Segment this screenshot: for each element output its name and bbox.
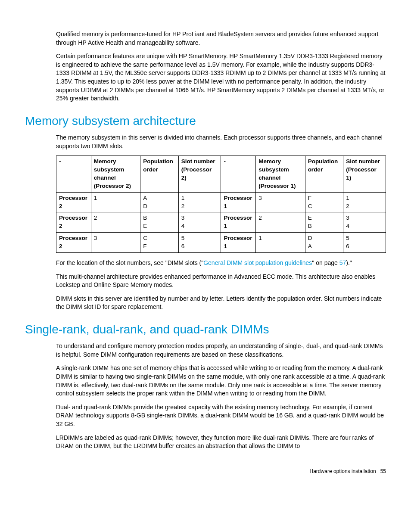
table-cell: Processor 2 — [56, 212, 91, 233]
heading-memory-subsystem: Memory subsystem architecture — [25, 112, 386, 129]
table-cell: 2 — [91, 212, 140, 233]
table-header: Memory subsystem channel (Processor 1) — [256, 156, 305, 193]
table-header: Population order — [305, 156, 343, 193]
table-cell: EB — [305, 212, 343, 233]
table-cell: 3 — [256, 192, 305, 212]
section1-paragraph-1: The memory subsystem in this server is d… — [56, 134, 386, 150]
table-row: Processor 21AD12Processor 13FC12 — [56, 192, 386, 212]
text: For the location of the slot numbers, se… — [56, 259, 203, 266]
intro-paragraph-1: Qualified memory is performance-tuned fo… — [56, 30, 386, 47]
table-header: Memory subsystem channel (Processor 2) — [91, 156, 140, 193]
table-cell: CF — [140, 233, 179, 253]
table-cell: Processor 2 — [56, 233, 91, 253]
table-cell: AD — [140, 192, 179, 212]
section1-paragraph-4: DIMM slots in this server are identified… — [56, 295, 386, 311]
section2-paragraph-2: A single-rank DIMM has one set of memory… — [56, 364, 386, 398]
table-cell: 12 — [178, 192, 221, 212]
table-cell: Processor 1 — [221, 192, 256, 212]
table-cell: 56 — [178, 233, 221, 253]
table-cell: Processor 1 — [221, 212, 256, 233]
table-cell: BE — [140, 212, 179, 233]
table-header: - — [56, 156, 91, 193]
table-cell: FC — [305, 192, 343, 212]
table-cell: 1 — [256, 233, 305, 253]
section2-paragraph-1: To understand and configure memory prote… — [56, 342, 386, 359]
section2-paragraph-4: LRDIMMs are labeled as quad-rank DIMMs; … — [56, 434, 386, 451]
intro-paragraph-2: Certain performance features are unique … — [56, 52, 386, 103]
text: " on page — [312, 259, 339, 266]
table-row: Processor 22BE34Processor 12EB34 — [56, 212, 386, 233]
table-header: - — [221, 156, 256, 193]
table-cell: 34 — [343, 212, 386, 233]
text: )." — [346, 259, 352, 266]
table-header: Slot number (Processor 2) — [178, 156, 221, 193]
footer-page-number: 55 — [380, 468, 386, 474]
table-cell: DA — [305, 233, 343, 253]
section1-paragraph-2: For the location of the slot numbers, se… — [56, 259, 386, 268]
table-cell: 34 — [178, 212, 221, 233]
link-page-ref[interactable]: 57 — [339, 259, 346, 266]
table-cell: 3 — [91, 233, 140, 253]
table-header: Slot number (Processor 1) — [343, 156, 386, 193]
table-row: Processor 23CF56Processor 11DA56 — [56, 233, 386, 253]
table-header: Population order — [140, 156, 179, 193]
page-footer: Hardware options installation 55 — [25, 468, 386, 475]
table-cell: 12 — [343, 192, 386, 212]
table-cell: 56 — [343, 233, 386, 253]
heading-dimm-ranks: Single-rank, dual-rank, and quad-rank DI… — [25, 321, 386, 338]
section2-paragraph-3: Dual- and quad-rank DIMMs provide the gr… — [56, 403, 386, 429]
link-dimm-guidelines[interactable]: General DIMM slot population guidelines — [203, 259, 312, 266]
table-cell: 2 — [256, 212, 305, 233]
memory-channel-table: -Memory subsystem channel (Processor 2)P… — [56, 156, 386, 253]
table-cell: 1 — [91, 192, 140, 212]
table-cell: Processor 1 — [221, 233, 256, 253]
footer-section: Hardware options installation — [310, 468, 376, 474]
table-cell: Processor 2 — [56, 192, 91, 212]
section1-paragraph-3: This multi-channel architecture provides… — [56, 273, 386, 289]
